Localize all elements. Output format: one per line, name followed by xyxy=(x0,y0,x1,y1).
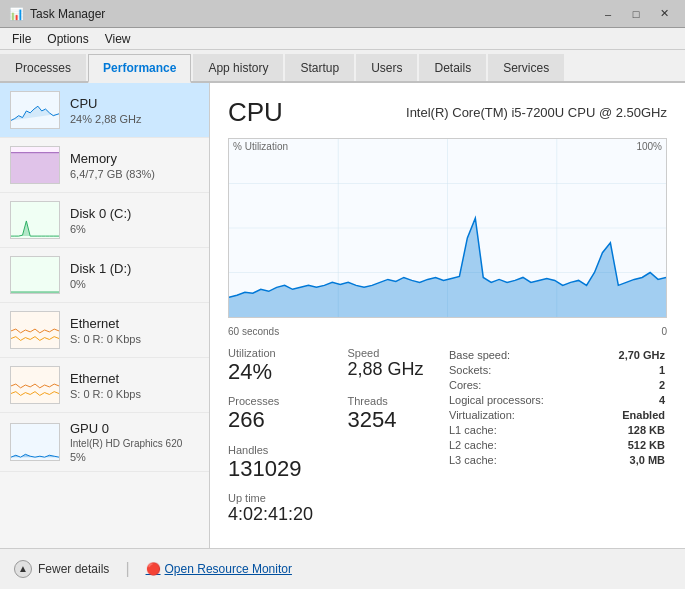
svg-rect-7 xyxy=(11,424,59,460)
spec-l2: L2 cache: 512 KB xyxy=(447,437,667,452)
memory-sidebar-sub: 6,4/7,7 GB (83%) xyxy=(70,168,199,180)
tab-services[interactable]: Services xyxy=(488,54,564,81)
maximize-button[interactable]: □ xyxy=(623,5,649,23)
chart-time-labels: 60 seconds 0 xyxy=(228,326,667,337)
handles-block: Handles 131029 xyxy=(228,444,328,482)
ethernet0-sidebar-title: Ethernet xyxy=(70,316,199,331)
sidebar-item-ethernet0[interactable]: Ethernet S: 0 R: 0 Kbps xyxy=(0,303,209,358)
right-specs: Base speed: 2,70 GHz Sockets: 1 Cores: 2… xyxy=(447,347,667,526)
handles-value: 131029 xyxy=(228,456,328,482)
menu-options[interactable]: Options xyxy=(39,30,96,47)
chart-time-right: 0 xyxy=(661,326,667,337)
logical-value: 4 xyxy=(593,392,667,407)
gpu0-sidebar-title: GPU 0 xyxy=(70,421,199,436)
threads-block: Threads 3254 xyxy=(348,395,448,433)
base-speed-label: Base speed: xyxy=(447,347,593,362)
uptime-block: Up time 4:02:41:20 xyxy=(228,492,447,526)
utilization-label: Utilization xyxy=(228,347,328,359)
stats-grid: Utilization 24% Speed 2,88 GHz Processes… xyxy=(228,347,447,482)
l3-value: 3,0 MB xyxy=(593,452,667,467)
menu-file[interactable]: File xyxy=(4,30,39,47)
processes-value: 266 xyxy=(228,407,328,433)
ethernet0-thumbnail xyxy=(10,311,60,349)
menu-bar: File Options View xyxy=(0,28,685,50)
cpu-sidebar-sub: 24% 2,88 GHz xyxy=(70,113,199,125)
spec-base-speed: Base speed: 2,70 GHz xyxy=(447,347,667,362)
spec-cores: Cores: 2 xyxy=(447,377,667,392)
cpu-thumbnail xyxy=(10,91,60,129)
gpu0-thumbnail xyxy=(10,423,60,461)
virtualization-value: Enabled xyxy=(593,407,667,422)
tab-app-history[interactable]: App history xyxy=(193,54,283,81)
base-speed-value: 2,70 GHz xyxy=(593,347,667,362)
close-button[interactable]: ✕ xyxy=(651,5,677,23)
fewer-details-label: Fewer details xyxy=(38,562,109,576)
l1-value: 128 KB xyxy=(593,422,667,437)
disk0-thumbnail xyxy=(10,201,60,239)
tab-bar: Processes Performance App history Startu… xyxy=(0,50,685,83)
l3-label: L3 cache: xyxy=(447,452,593,467)
specs-table: Base speed: 2,70 GHz Sockets: 1 Cores: 2… xyxy=(447,347,667,467)
tab-users[interactable]: Users xyxy=(356,54,417,81)
bottom-bar: ▲ Fewer details | 🔴Open Resource Monitor xyxy=(0,548,685,588)
svg-rect-2 xyxy=(11,153,59,183)
title-bar: 📊 Task Manager – □ ✕ xyxy=(0,0,685,28)
chart-time-left: 60 seconds xyxy=(228,326,279,337)
cpu-sidebar-info: CPU 24% 2,88 GHz xyxy=(70,96,199,125)
disk1-sidebar-title: Disk 1 (D:) xyxy=(70,261,199,276)
speed-block: Speed 2,88 GHz xyxy=(348,347,448,385)
logical-label: Logical processors: xyxy=(447,392,593,407)
fewer-details-button[interactable]: ▲ Fewer details xyxy=(14,560,109,578)
sidebar-item-ethernet1[interactable]: Ethernet S: 0 R: 0 Kbps xyxy=(0,358,209,413)
app-icon: 📊 xyxy=(8,6,24,22)
spec-logical: Logical processors: 4 xyxy=(447,392,667,407)
ethernet0-sidebar-info: Ethernet S: 0 R: 0 Kbps xyxy=(70,316,199,345)
detail-header: CPU Intel(R) Core(TM) i5-7200U CPU @ 2.5… xyxy=(228,97,667,128)
separator: | xyxy=(125,560,129,578)
cpu-name: Intel(R) Core(TM) i5-7200U CPU @ 2.50GHz xyxy=(406,105,667,120)
tab-performance[interactable]: Performance xyxy=(88,54,191,83)
menu-view[interactable]: View xyxy=(97,30,139,47)
disk0-sidebar-info: Disk 0 (C:) 6% xyxy=(70,206,199,235)
svg-rect-4 xyxy=(11,257,59,293)
uptime-value: 4:02:41:20 xyxy=(228,504,447,526)
cpu-chart: % Utilization 100% xyxy=(228,138,667,318)
sidebar-item-memory[interactable]: Memory 6,4/7,7 GB (83%) xyxy=(0,138,209,193)
sidebar-item-gpu0[interactable]: GPU 0 Intel(R) HD Graphics 620 5% xyxy=(0,413,209,472)
svg-rect-3 xyxy=(11,202,59,238)
app-title: Task Manager xyxy=(30,7,105,21)
left-stats: Utilization 24% Speed 2,88 GHz Processes… xyxy=(228,347,447,526)
chart-y-label: % Utilization xyxy=(233,141,288,152)
minimize-button[interactable]: – xyxy=(595,5,621,23)
speed-value: 2,88 GHz xyxy=(348,359,448,381)
spec-l1: L1 cache: 128 KB xyxy=(447,422,667,437)
tab-startup[interactable]: Startup xyxy=(285,54,354,81)
handles-label: Handles xyxy=(228,444,328,456)
detail-panel: CPU Intel(R) Core(TM) i5-7200U CPU @ 2.5… xyxy=(210,83,685,548)
open-resource-monitor-link[interactable]: 🔴Open Resource Monitor xyxy=(146,562,292,576)
l2-label: L2 cache: xyxy=(447,437,593,452)
l1-label: L1 cache: xyxy=(447,422,593,437)
open-resource-label: Open Resource Monitor xyxy=(165,562,292,576)
sockets-value: 1 xyxy=(593,362,667,377)
tab-details[interactable]: Details xyxy=(419,54,486,81)
memory-thumbnail xyxy=(10,146,60,184)
sidebar-item-disk1[interactable]: Disk 1 (D:) 0% xyxy=(0,248,209,303)
disk0-sidebar-title: Disk 0 (C:) xyxy=(70,206,199,221)
utilization-value: 24% xyxy=(228,359,328,385)
cores-value: 2 xyxy=(593,377,667,392)
processes-label: Processes xyxy=(228,395,328,407)
window-controls: – □ ✕ xyxy=(595,5,677,23)
gpu0-sidebar-sub: 5% xyxy=(70,451,199,463)
ethernet1-sidebar-title: Ethernet xyxy=(70,371,199,386)
processes-block: Processes 266 xyxy=(228,395,328,433)
sidebar-item-cpu[interactable]: CPU 24% 2,88 GHz xyxy=(0,83,209,138)
ethernet1-thumbnail xyxy=(10,366,60,404)
disk0-sidebar-sub: 6% xyxy=(70,223,199,235)
ethernet1-sidebar-sub: S: 0 R: 0 Kbps xyxy=(70,388,199,400)
sidebar-item-disk0[interactable]: Disk 0 (C:) 6% xyxy=(0,193,209,248)
stats-section: Utilization 24% Speed 2,88 GHz Processes… xyxy=(228,347,667,526)
tab-processes[interactable]: Processes xyxy=(0,54,86,81)
cpu-sidebar-title: CPU xyxy=(70,96,199,111)
cores-label: Cores: xyxy=(447,377,593,392)
